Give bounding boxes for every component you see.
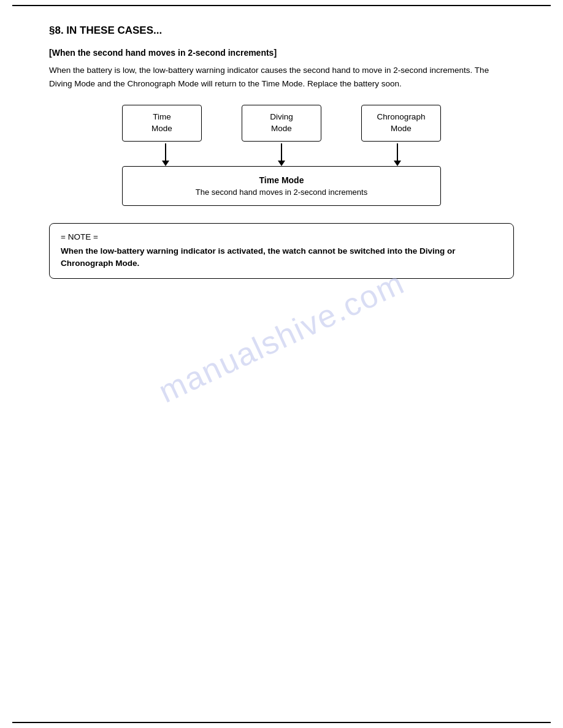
arrow-head-time xyxy=(162,161,169,166)
arrow-head-chronograph xyxy=(394,161,401,166)
arrow-time xyxy=(162,142,169,166)
section-title: §8. IN THESE CASES... xyxy=(49,25,514,37)
arrow-head-diving xyxy=(278,161,285,166)
arrows-row xyxy=(122,142,441,166)
arrow-line-diving xyxy=(281,143,282,161)
page-content: §8. IN THESE CASES... [When the second h… xyxy=(0,0,563,303)
chronograph-mode-label: ChronographMode xyxy=(377,112,426,133)
subsection-title: [When the second hand moves in 2-second … xyxy=(49,48,514,58)
page-border-bottom xyxy=(12,722,551,723)
arrow-line-chronograph xyxy=(397,143,398,161)
arrow-diving xyxy=(278,142,285,166)
body-text: When the battery is low, the low-battery… xyxy=(49,64,514,90)
chronograph-mode-box: ChronographMode xyxy=(361,105,441,142)
note-box: = NOTE = When the low-battery warning in… xyxy=(49,223,514,279)
diving-mode-box: DivingMode xyxy=(242,105,321,142)
note-title: = NOTE = xyxy=(61,232,502,241)
top-mode-boxes: TimeMode DivingMode ChronographMode xyxy=(122,105,441,142)
mode-diagram: TimeMode DivingMode ChronographMode xyxy=(122,105,441,206)
bottom-mode-box: Time Mode The second hand moves in 2-sec… xyxy=(122,166,441,206)
arrow-chronograph xyxy=(394,142,401,166)
time-mode-box: TimeMode xyxy=(122,105,202,142)
bottom-box-title: Time Mode xyxy=(132,175,431,185)
diving-mode-label: DivingMode xyxy=(270,112,293,133)
bottom-box-subtitle: The second hand moves in 2-second increm… xyxy=(132,188,431,197)
time-mode-label: TimeMode xyxy=(151,112,172,133)
arrow-line-time xyxy=(165,143,166,161)
note-body: When the low-battery warning indicator i… xyxy=(61,245,502,270)
